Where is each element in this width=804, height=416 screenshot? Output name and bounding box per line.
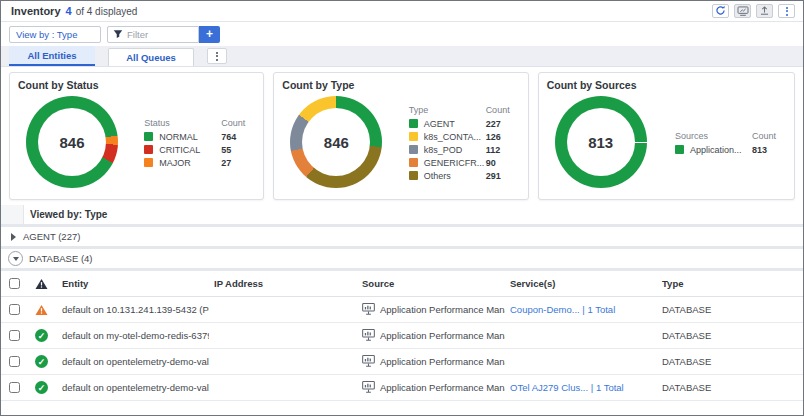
legend-swatch: [675, 145, 684, 154]
source-cell: Application Performance Management: [357, 329, 505, 343]
legend-header-count: Count: [752, 131, 776, 141]
source-name: Application Performance Management: [380, 356, 505, 367]
displayed-count: 4: [66, 5, 72, 17]
export-button[interactable]: [756, 4, 773, 18]
sources-donut-chart[interactable]: 813: [555, 96, 647, 188]
legend-label: k8s_CONTA...: [424, 132, 486, 142]
col-type[interactable]: Type: [657, 278, 803, 289]
row-checkbox[interactable]: [9, 304, 20, 315]
col-entity[interactable]: Entity: [57, 278, 209, 289]
legend-item[interactable]: CRITICAL 55: [144, 143, 245, 156]
legend-item[interactable]: Application... 813: [675, 143, 776, 156]
header-bar: Inventory 4 of 4 displayed: [1, 1, 803, 22]
screen-icon: [737, 2, 749, 20]
entity-name[interactable]: default on opentelemetry-demo-valkey-63.…: [57, 382, 209, 393]
row-checkbox[interactable]: [9, 356, 20, 367]
legend-label: CRITICAL: [159, 145, 221, 155]
legend-count: 227: [486, 119, 510, 129]
legend-header-label: Status: [144, 118, 221, 128]
tab-all-queues[interactable]: All Queues: [108, 48, 194, 66]
filter-input[interactable]: [127, 29, 193, 40]
group-label: DATABASE (4): [29, 253, 93, 264]
group-row-agent[interactable]: AGENT (227): [1, 227, 803, 249]
col-services[interactable]: Service(s): [505, 278, 657, 289]
summary-cards: Count by Status 846 Status Count NORMAL …: [1, 67, 803, 205]
legend-item[interactable]: AGENT 227: [409, 117, 510, 130]
status-legend: Status Count NORMAL 764 CRITICAL 55: [144, 115, 245, 169]
card-title: Count by Sources: [547, 79, 786, 91]
legend-label: Others: [424, 171, 486, 181]
sources-legend: Sources Count Application... 813: [675, 128, 776, 156]
entity-name[interactable]: default on my-otel-demo-redis-6379 (Redi…: [57, 330, 209, 341]
toolbar: View by : Type +: [1, 22, 803, 46]
expander-column-header: [1, 205, 24, 224]
group-label: AGENT (227): [23, 231, 80, 242]
legend-header-count: Count: [486, 105, 510, 115]
entity-list: Viewed by: Type AGENT (227) DATABASE (4)…: [1, 205, 803, 415]
view-by-dropdown[interactable]: View by : Type: [9, 26, 101, 43]
caret-right-icon[interactable]: [11, 233, 16, 241]
legend-swatch: [144, 158, 153, 167]
legend-count: 764: [221, 132, 245, 142]
legend-swatch: [144, 132, 153, 141]
viewed-by-row: Viewed by: Type: [1, 205, 803, 227]
legend-label: k8s_POD: [424, 145, 486, 155]
legend-swatch: [409, 132, 418, 141]
collapse-button[interactable]: [8, 251, 23, 266]
add-filter-button[interactable]: +: [199, 26, 220, 43]
status-donut-chart[interactable]: 846: [26, 96, 118, 188]
entity-name[interactable]: default on opentelemetry-demo-valkey-63.…: [57, 356, 209, 367]
legend-item[interactable]: k8s_POD 112: [409, 143, 510, 156]
source-cell: Application Performance Management: [357, 381, 505, 395]
card-count-by-status: Count by Status 846 Status Count NORMAL …: [9, 72, 264, 200]
type-legend: Type Count AGENT 227 k8s_CONTA... 126: [409, 102, 510, 182]
entity-type: DATABASE: [657, 304, 803, 315]
services-link[interactable]: OTel AJ279 Clus... | 1 Total: [510, 382, 624, 393]
header-actions: [712, 4, 795, 18]
group-row-database[interactable]: DATABASE (4): [1, 249, 803, 271]
col-ip-address[interactable]: IP Address: [209, 278, 357, 289]
legend-label: AGENT: [424, 119, 486, 129]
legend-swatch: [409, 145, 418, 154]
table-row[interactable]: default on my-otel-demo-redis-6379 (Redi…: [1, 323, 803, 349]
legend-count: 291: [486, 171, 510, 181]
legend-swatch: [409, 119, 418, 128]
tab-overflow-button[interactable]: [207, 48, 227, 64]
legend-item[interactable]: MAJOR 27: [144, 156, 245, 169]
refresh-button[interactable]: [712, 4, 729, 18]
row-checkbox[interactable]: [9, 330, 20, 341]
row-checkbox[interactable]: [9, 382, 20, 393]
legend-item[interactable]: Others 291: [409, 169, 510, 182]
source-name: Application Performance Management: [380, 382, 505, 393]
apm-icon: [362, 303, 375, 317]
source-cell: Application Performance Management: [357, 355, 505, 369]
select-all-checkbox[interactable]: [9, 278, 20, 289]
col-source[interactable]: Source: [357, 278, 505, 289]
screen-view-button[interactable]: [734, 4, 751, 18]
type-donut-chart[interactable]: 846: [290, 96, 382, 188]
services-link[interactable]: Coupon-Demo... | 1 Total: [510, 304, 615, 315]
apm-icon: [362, 381, 375, 395]
source-cell: Application Performance Management: [357, 303, 505, 317]
kebab-icon: [216, 52, 218, 61]
donut-center-total: 846: [302, 108, 370, 176]
funnel-icon: [113, 25, 123, 43]
header-menu-button[interactable]: [778, 4, 795, 18]
legend-item[interactable]: GENERICFR... 90: [409, 156, 510, 169]
legend-item[interactable]: NORMAL 764: [144, 130, 245, 143]
table-header: Entity IP Address Source Service(s) Type: [1, 271, 803, 297]
legend-item[interactable]: k8s_CONTA... 126: [409, 130, 510, 143]
table-row[interactable]: default on opentelemetry-demo-valkey-63.…: [1, 349, 803, 375]
legend-swatch: [409, 171, 418, 180]
entity-name[interactable]: default on 10.131.241.139-5432 (Postgres…: [57, 304, 209, 315]
refresh-icon: [715, 2, 726, 20]
donut-center-total: 846: [38, 108, 106, 176]
table-row[interactable]: default on opentelemetry-demo-valkey-63.…: [1, 375, 803, 401]
card-title: Count by Status: [18, 79, 255, 91]
inventory-window: Inventory 4 of 4 displayed: [0, 0, 804, 416]
ok-icon: [35, 329, 48, 342]
apm-icon: [362, 355, 375, 369]
displayed-count-suffix: of 4 displayed: [76, 6, 138, 17]
table-row[interactable]: default on 10.131.241.139-5432 (Postgres…: [1, 297, 803, 323]
tab-all-entities[interactable]: All Entities: [9, 46, 95, 66]
